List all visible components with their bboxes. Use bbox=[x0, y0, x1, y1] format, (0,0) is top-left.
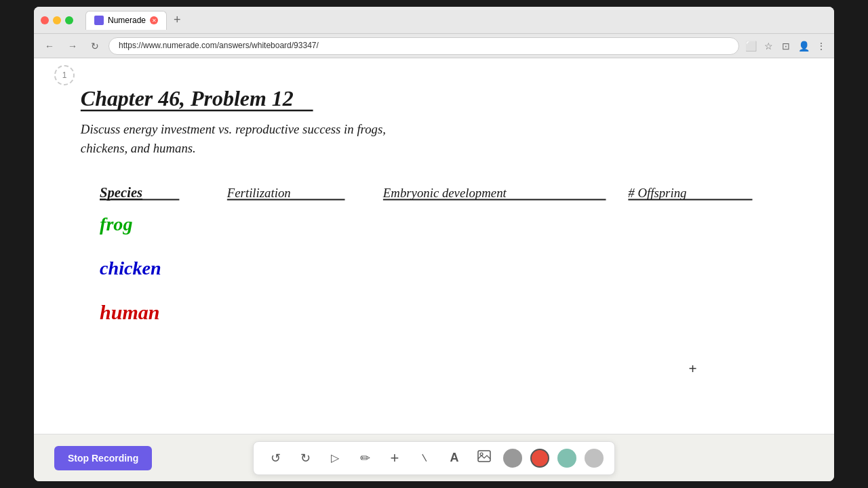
whiteboard-canvas: Chapter 46, Problem 12 Discuss energy in… bbox=[34, 58, 834, 434]
text-button[interactable]: A bbox=[443, 447, 465, 469]
svg-text:chickens, and humans.: chickens, and humans. bbox=[81, 141, 196, 155]
color-light-gray-button[interactable] bbox=[585, 449, 604, 468]
browser-window: Numerade ✕ + ← → ↻ https://www.numerade.… bbox=[34, 7, 834, 481]
add-button[interactable]: + bbox=[384, 447, 406, 469]
drawing-toolbar: ↺ ↻ ▷ ✏ + / A bbox=[253, 441, 615, 475]
refresh-button[interactable]: ↻ bbox=[87, 39, 103, 53]
title-bar: Numerade ✕ + bbox=[34, 7, 834, 34]
traffic-lights bbox=[41, 16, 73, 24]
url-bar[interactable]: https://www.numerade.com/answers/whitebo… bbox=[108, 37, 739, 55]
redo-icon: ↻ bbox=[300, 451, 311, 466]
svg-text:Embryonic development: Embryonic development bbox=[382, 186, 507, 200]
svg-rect-16 bbox=[478, 451, 490, 462]
bookmark-icon[interactable]: ☆ bbox=[762, 40, 774, 52]
svg-text:frog: frog bbox=[100, 214, 133, 235]
active-tab[interactable]: Numerade ✕ bbox=[85, 11, 167, 30]
profile-icon[interactable]: 👤 bbox=[797, 40, 810, 52]
tab-bar: Numerade ✕ + bbox=[85, 11, 185, 30]
forward-button[interactable]: → bbox=[64, 39, 81, 53]
window-icon[interactable]: ⊡ bbox=[780, 40, 792, 52]
browser-toolbar-icons: ⬜ ☆ ⊡ 👤 ⋮ bbox=[745, 40, 827, 52]
pencil-button[interactable]: ✏ bbox=[354, 447, 376, 469]
svg-text:# Offspring: # Offspring bbox=[628, 186, 686, 200]
svg-text:chicken: chicken bbox=[100, 258, 161, 279]
content-area: 1 Chapter 46, Problem 12 Discuss energy … bbox=[34, 58, 834, 434]
screen-cast-icon[interactable]: ⬜ bbox=[745, 40, 757, 52]
cursor-icon: ▷ bbox=[331, 451, 339, 464]
maximize-button[interactable] bbox=[65, 16, 73, 24]
select-button[interactable]: ▷ bbox=[324, 447, 346, 469]
undo-icon: ↺ bbox=[271, 451, 281, 466]
close-button[interactable] bbox=[41, 16, 49, 24]
color-gray-button[interactable] bbox=[503, 449, 522, 468]
text-icon: A bbox=[450, 451, 459, 465]
stop-recording-button[interactable]: Stop Recording bbox=[54, 446, 152, 470]
back-button[interactable]: ← bbox=[41, 39, 58, 53]
image-icon bbox=[477, 450, 491, 466]
svg-text:Discuss energy investment vs. : Discuss energy investment vs. reproducti… bbox=[80, 122, 386, 136]
menu-icon[interactable]: ⋮ bbox=[815, 40, 827, 52]
tab-title: Numerade bbox=[108, 16, 146, 25]
svg-text:Species: Species bbox=[100, 185, 142, 201]
color-teal-button[interactable] bbox=[557, 449, 576, 468]
image-button[interactable] bbox=[473, 447, 495, 469]
svg-text:Chapter 46, Problem 12: Chapter 46, Problem 12 bbox=[81, 87, 294, 110]
svg-text:Fertilization: Fertilization bbox=[226, 186, 291, 200]
svg-text:+: + bbox=[689, 361, 697, 376]
plus-icon: + bbox=[391, 449, 399, 467]
svg-text:human: human bbox=[100, 301, 159, 323]
address-bar: ← → ↻ https://www.numerade.com/answers/w… bbox=[34, 34, 834, 58]
tab-close-button[interactable]: ✕ bbox=[150, 16, 158, 24]
eraser-button[interactable]: / bbox=[414, 447, 435, 469]
eraser-icon: / bbox=[419, 453, 430, 464]
bottom-area: Stop Recording ↺ ↻ ▷ ✏ + bbox=[34, 434, 834, 481]
minimize-button[interactable] bbox=[53, 16, 61, 24]
new-tab-button[interactable]: + bbox=[170, 13, 185, 27]
undo-button[interactable]: ↺ bbox=[264, 447, 286, 469]
color-red-button[interactable] bbox=[530, 449, 549, 468]
pencil-icon: ✏ bbox=[360, 451, 370, 466]
redo-button[interactable]: ↻ bbox=[294, 447, 316, 469]
tab-favicon bbox=[94, 16, 104, 25]
